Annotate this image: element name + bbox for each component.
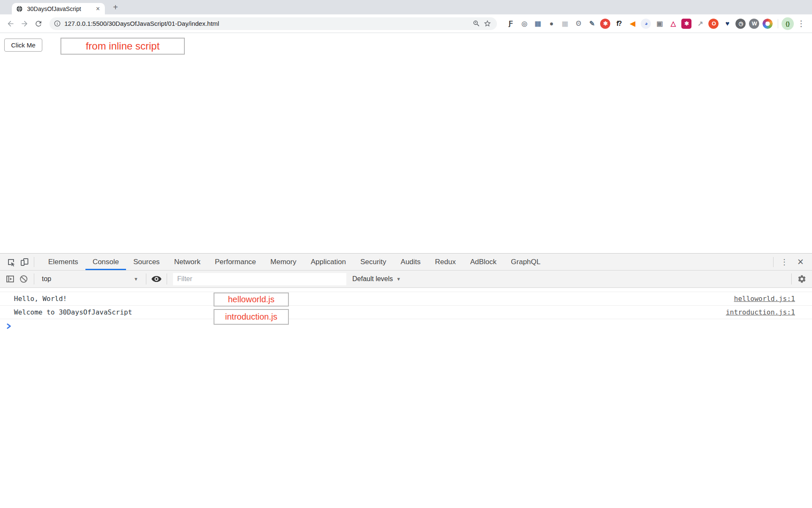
forward-icon[interactable] xyxy=(18,17,30,30)
toolbar-separator xyxy=(778,19,778,28)
console-annotation-box: helloworld.js xyxy=(214,293,289,306)
bug-icon[interactable]: ● xyxy=(545,17,557,30)
console-message-text: Hello, World! xyxy=(14,295,67,303)
console-source-link[interactable]: helloworld.js:1 xyxy=(734,295,796,303)
halo-icon[interactable]: ʘ xyxy=(572,17,584,30)
console-toolbar: top ▼ Default levels ▼ xyxy=(0,271,812,288)
profile-avatar[interactable]: {} xyxy=(782,17,794,30)
devtools-tab-redux[interactable]: Redux xyxy=(428,254,463,270)
context-selector-value: top xyxy=(42,275,51,283)
console-message-row: Welcome to 30DaysOfJavaScriptintroductio… xyxy=(0,306,812,319)
devtools-tab-application[interactable]: Application xyxy=(304,254,353,270)
console-source-link[interactable]: introduction.js:1 xyxy=(726,308,795,316)
chevron-down-icon: ▼ xyxy=(134,276,138,282)
devtools-tab-memory[interactable]: Memory xyxy=(263,254,303,270)
info-icon[interactable] xyxy=(54,20,61,27)
devtools-separator xyxy=(34,257,34,267)
context-selector[interactable]: top ▼ xyxy=(38,275,143,283)
devtools-tab-graphql[interactable]: GraphQL xyxy=(504,254,548,270)
browser-tab[interactable]: 30DaysOfJavaScript × xyxy=(12,3,105,14)
onetab-icon[interactable]: ◕ xyxy=(641,19,651,29)
console-prompt-chevron-icon xyxy=(6,323,12,329)
device-toolbar-icon[interactable] xyxy=(18,254,31,270)
console-sidebar-toggle-icon[interactable] xyxy=(3,272,17,286)
devtools-tabbar-right: ⋮ × xyxy=(771,254,812,270)
url-text[interactable]: 127.0.0.1:5500/30DaysOfJavaScript/01-Day… xyxy=(64,20,219,27)
megaphone-icon[interactable]: ◀ xyxy=(626,17,639,30)
f-question-icon[interactable]: f? xyxy=(612,17,625,30)
devtools-close-icon[interactable]: × xyxy=(793,257,808,267)
inline-script-annotation-text: from inline script xyxy=(86,40,160,52)
devtools-tab-security[interactable]: Security xyxy=(353,254,393,270)
devtools-tab-performance[interactable]: Performance xyxy=(208,254,263,270)
toolbar-separator xyxy=(791,273,792,284)
devtools-tab-adblock[interactable]: AdBlock xyxy=(463,254,504,270)
console-prompt[interactable] xyxy=(0,319,812,329)
shield-pink-icon[interactable]: △ xyxy=(667,17,679,30)
devtools-menu-icon[interactable]: ⋮ xyxy=(775,257,793,267)
share-arrow-icon[interactable]: ↗ xyxy=(694,17,706,30)
live-expression-eye-icon[interactable] xyxy=(150,272,163,286)
log-levels-value: Default levels xyxy=(352,275,393,283)
new-tab-button[interactable]: + xyxy=(110,2,121,13)
wordpress-icon[interactable]: W xyxy=(749,19,759,29)
back-icon[interactable] xyxy=(4,17,16,30)
heart-search-icon[interactable]: ♥ xyxy=(721,17,733,30)
clear-console-icon[interactable] xyxy=(17,272,30,286)
toolbar-separator xyxy=(34,273,34,284)
page-content: Click Me from inline script xyxy=(0,33,812,253)
inspect-element-icon[interactable] xyxy=(4,254,18,270)
tab-strip: 30DaysOfJavaScript × + xyxy=(0,0,812,14)
filter-input[interactable] xyxy=(173,273,346,285)
colorwheel-icon[interactable] xyxy=(763,19,773,29)
devtools-tabbar: ElementsConsoleSourcesNetworkPerformance… xyxy=(0,254,812,271)
console-messages: Hello, World!helloworld.jshelloworld.js:… xyxy=(0,288,812,508)
devtools-tab-network[interactable]: Network xyxy=(167,254,208,270)
devtools-separator xyxy=(773,257,774,267)
devtools-tabbar-tabs: ElementsConsoleSourcesNetworkPerformance… xyxy=(41,254,548,270)
console-message-row: Hello, World!helloworld.jshelloworld.js:… xyxy=(0,292,812,306)
devtools-tab-elements[interactable]: Elements xyxy=(41,254,85,270)
gauge-icon[interactable]: ◷ xyxy=(735,19,746,29)
reload-icon[interactable] xyxy=(32,17,44,30)
gear-pink-icon[interactable]: ✱ xyxy=(681,19,691,29)
camera-icon[interactable]: ▣ xyxy=(653,17,666,30)
opera-icon[interactable]: O xyxy=(708,19,719,29)
omnibox[interactable]: 127.0.0.1:5500/30DaysOfJavaScript/01-Day… xyxy=(49,17,497,30)
toolbar-separator xyxy=(167,273,167,284)
columns-icon[interactable]: ▮▮ xyxy=(531,17,544,30)
devtools-tab-console[interactable]: Console xyxy=(85,254,126,270)
browser-menu-icon[interactable]: ⋮ xyxy=(794,19,809,28)
devtools-panel: ElementsConsoleSourcesNetworkPerformance… xyxy=(0,253,812,508)
toolbar-separator xyxy=(146,273,146,284)
click-me-button[interactable]: Click Me xyxy=(4,39,42,52)
extensions-row: Ƒ◎▮▮●▦ʘ✎✱f?◀◕▣△✱↗O♥◷W xyxy=(504,17,774,30)
tampermonkey-icon[interactable]: Ƒ xyxy=(504,17,517,30)
bookmark-star-icon[interactable] xyxy=(482,18,493,29)
inline-script-annotation-box: from inline script xyxy=(60,38,185,55)
devtools-tab-audits[interactable]: Audits xyxy=(393,254,428,270)
console-annotation-box: introduction.js xyxy=(214,309,289,325)
grid-icon[interactable]: ▦ xyxy=(558,17,571,30)
tab-close-icon[interactable]: × xyxy=(95,6,101,12)
stop-hand-icon[interactable]: ✱ xyxy=(600,19,610,29)
console-message-text: Welcome to 30DaysOfJavaScript xyxy=(14,308,132,316)
tab-title: 30DaysOfJavaScript xyxy=(27,6,95,12)
aperture-icon[interactable]: ◎ xyxy=(518,17,530,30)
browser-toolbar: 127.0.0.1:5500/30DaysOfJavaScript/01-Day… xyxy=(0,14,812,33)
devtools-tab-sources[interactable]: Sources xyxy=(126,254,167,270)
log-levels-dropdown[interactable]: Default levels ▼ xyxy=(346,275,407,283)
chevron-down-icon: ▼ xyxy=(396,276,401,282)
globe-favicon-icon xyxy=(16,6,23,12)
eyedropper-icon[interactable]: ✎ xyxy=(585,17,598,30)
console-settings-gear-icon[interactable] xyxy=(795,272,809,286)
zoom-in-icon[interactable] xyxy=(471,18,482,29)
